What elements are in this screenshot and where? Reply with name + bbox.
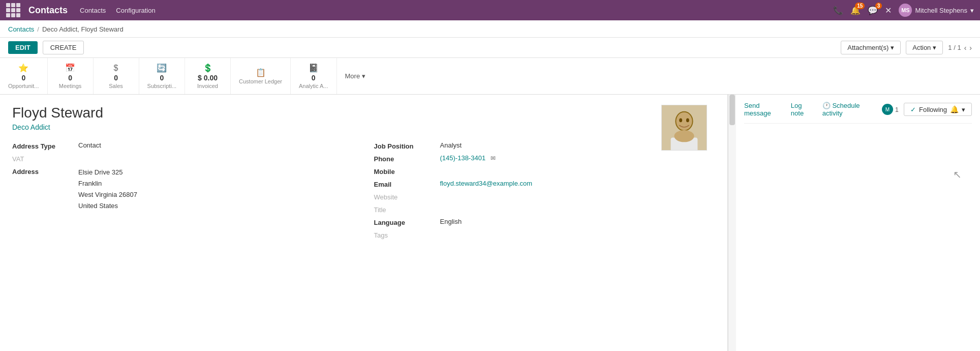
address-type-row: Address Type Contact xyxy=(12,141,354,150)
log-note-button[interactable]: Log note xyxy=(791,102,812,117)
nav-contacts[interactable]: Contacts xyxy=(80,7,106,14)
phone-label: Phone xyxy=(374,154,440,163)
prev-page-icon[interactable]: ‹ xyxy=(964,44,967,52)
breadcrumb-current: Deco Addict, Floyd Steward xyxy=(42,25,124,33)
smart-btn-opportunities[interactable]: ⭐ 0 Opportunit... xyxy=(0,58,48,94)
contact-photo-image xyxy=(662,105,707,150)
following-button[interactable]: ✓ Following 🔔 ▾ xyxy=(904,103,972,116)
ledger-icon: 📋 xyxy=(256,68,266,77)
opportunities-label: Opportunit... xyxy=(8,83,39,89)
follower-avatar: M xyxy=(882,104,893,115)
phone-number: (145)-138-3401 xyxy=(440,154,486,162)
avatar: MS xyxy=(899,4,912,17)
chat-icon[interactable]: 💬 3 xyxy=(868,6,878,15)
checkmark-icon: ✓ xyxy=(910,106,916,113)
email-value[interactable]: floyd.steward34@example.com xyxy=(440,180,533,187)
tags-label: Tags xyxy=(374,230,440,239)
mobile-label: Mobile xyxy=(374,167,440,175)
bell-badge: 15 xyxy=(855,3,865,9)
email-icon: ✉ xyxy=(491,155,496,162)
address-label: Address xyxy=(12,167,78,175)
chatter-panel: Send message Log note 🕐 Schedule activit… xyxy=(736,95,980,351)
refresh-icon: 🔄 xyxy=(157,63,167,73)
address-line-3: West Virginia 26807 xyxy=(78,189,137,200)
cursor-indicator: ↖ xyxy=(953,168,962,181)
language-value: English xyxy=(440,218,462,225)
close-icon[interactable]: ✕ xyxy=(885,6,892,15)
scrollbar[interactable] xyxy=(728,95,736,351)
address-type-label: Address Type xyxy=(12,141,78,150)
contact-photo[interactable] xyxy=(661,105,707,151)
clock-icon: 🕐 xyxy=(822,102,831,109)
action-label: Action xyxy=(912,44,931,51)
apps-menu-icon[interactable] xyxy=(6,3,20,17)
followers-count: M 1 xyxy=(882,104,899,115)
phone-row: Phone (145)-138-3401 ✉ xyxy=(374,154,716,163)
smart-btn-analytic[interactable]: 📓 0 Analytic A... xyxy=(291,58,336,94)
mobile-row: Mobile xyxy=(374,167,716,175)
breadcrumb-separator: / xyxy=(37,25,39,33)
user-menu[interactable]: MS Mitchell Stephens ▾ xyxy=(899,4,974,17)
smart-btn-subscriptions[interactable]: 🔄 0 Subscripti... xyxy=(139,58,185,94)
user-dropdown-arrow: ▾ xyxy=(970,7,974,14)
smart-btn-sales[interactable]: $ 0 Sales xyxy=(94,58,139,94)
chat-badge: 3 xyxy=(875,3,882,9)
schedule-activity-button[interactable]: 🕐 Schedule activity xyxy=(822,102,872,117)
chatter-right: M 1 ✓ Following 🔔 ▾ xyxy=(882,103,972,116)
job-position-label: Job Position xyxy=(374,141,440,150)
analytic-icon: 📓 xyxy=(309,63,319,73)
action-bar: EDIT CREATE Attachment(s) ▾ Action ▾ 1 /… xyxy=(0,38,980,58)
dollar-icon: $ xyxy=(114,64,118,73)
address-row: Address Elsie Drive 325 Franklin West Vi… xyxy=(12,167,354,212)
phone-value[interactable]: (145)-138-3401 ✉ xyxy=(440,154,496,162)
sales-label: Sales xyxy=(109,83,123,89)
phone-icon[interactable]: 📞 xyxy=(833,6,843,15)
next-page-icon[interactable]: › xyxy=(969,44,972,52)
following-dropdown-icon: ▾ xyxy=(962,106,965,113)
user-name: Mitchell Stephens xyxy=(915,7,967,14)
customer-ledger-label: Customer Ledger xyxy=(239,78,282,84)
address-line-1: Elsie Drive 325 xyxy=(78,167,137,178)
smart-btn-customer-ledger[interactable]: 📋 Customer Ledger xyxy=(231,58,291,94)
calendar-icon: 📅 xyxy=(65,63,75,73)
smart-btn-invoiced[interactable]: 💲 $ 0.00 Invoiced xyxy=(185,58,231,94)
breadcrumb: Contacts / Deco Addict, Floyd Steward xyxy=(8,25,972,33)
form-left-col: Address Type Contact VAT Address Elsie D… xyxy=(12,141,354,243)
language-label: Language xyxy=(374,218,440,226)
edit-button[interactable]: EDIT xyxy=(8,41,38,54)
opportunities-count: 0 xyxy=(21,74,25,82)
send-message-button[interactable]: Send message xyxy=(744,102,781,117)
chatter-actions: Send message Log note 🕐 Schedule activit… xyxy=(744,102,972,117)
attachments-button[interactable]: Attachment(s) ▾ xyxy=(841,41,901,54)
invoiced-count: $ 0.00 xyxy=(198,74,218,82)
address-line-4: United States xyxy=(78,200,137,212)
analytic-count: 0 xyxy=(312,74,316,82)
address-line-2: Franklin xyxy=(78,178,137,189)
app-title: Contacts xyxy=(28,5,68,16)
email-row: Email floyd.steward34@example.com xyxy=(374,180,716,188)
nav-configuration[interactable]: Configuration xyxy=(116,7,155,14)
vat-label: VAT xyxy=(12,154,78,163)
notification-bell-icon[interactable]: 🔔 15 xyxy=(850,6,861,15)
breadcrumb-parent[interactable]: Contacts xyxy=(8,25,34,33)
followers-number: 1 xyxy=(895,106,899,113)
form-area: Floyd Steward Deco Addict Address Type C… xyxy=(0,95,728,351)
more-button[interactable]: More ▾ xyxy=(337,58,374,94)
create-button[interactable]: CREATE xyxy=(43,41,84,54)
pagination: 1 / 1 ‹ › xyxy=(948,44,972,52)
job-position-value: Analyst xyxy=(440,141,462,149)
top-nav: Contacts Configuration xyxy=(80,7,156,14)
subscriptions-label: Subscripti... xyxy=(147,83,176,89)
more-dropdown-icon: ▾ xyxy=(362,72,365,80)
contact-company[interactable]: Deco Addict xyxy=(12,123,715,131)
main-content: Floyd Steward Deco Addict Address Type C… xyxy=(0,95,980,351)
action-button[interactable]: Action ▾ xyxy=(906,41,943,54)
vat-row: VAT xyxy=(12,154,354,163)
pagination-text: 1 / 1 xyxy=(948,44,961,51)
following-label: Following xyxy=(919,106,947,113)
smart-buttons-bar: ⭐ 0 Opportunit... 📅 0 Meetings $ 0 Sales… xyxy=(0,58,980,95)
title-label: Title xyxy=(374,205,440,214)
address-type-value: Contact xyxy=(78,141,101,149)
scrollbar-thumb xyxy=(729,95,735,125)
smart-btn-meetings[interactable]: 📅 0 Meetings xyxy=(48,58,94,94)
